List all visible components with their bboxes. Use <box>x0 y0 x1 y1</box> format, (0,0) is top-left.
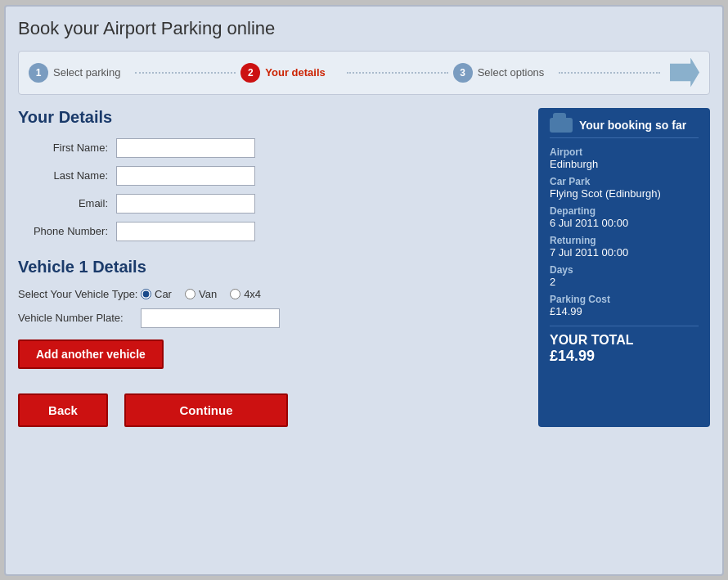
phone-input[interactable] <box>116 222 255 241</box>
airport-value: Edinburgh <box>550 158 699 170</box>
returning-label: Returning <box>550 235 699 246</box>
step-2-label: Your details <box>265 66 325 79</box>
main-container: Book your Airport Parking online 1 Selec… <box>4 5 724 576</box>
radio-van-label: Van <box>199 288 217 300</box>
step-3-label: Select options <box>478 66 545 79</box>
email-input[interactable] <box>116 194 255 214</box>
radio-4x4-label: 4x4 <box>244 288 261 300</box>
step-circle-2: 2 <box>240 63 260 83</box>
next-arrow-icon <box>670 58 699 88</box>
airport-label: Airport <box>550 146 699 158</box>
vehicle-type-row: Select Your Vehicle Type: Car Van 4x4 <box>18 288 527 300</box>
phone-row: Phone Number: <box>18 222 527 241</box>
parking-cost-label: Parking Cost <box>550 294 699 305</box>
radio-van[interactable]: Van <box>185 288 217 300</box>
continue-button[interactable]: Continue <box>124 393 288 427</box>
radio-car-label: Car <box>155 288 172 300</box>
booking-header-text: Your booking so far <box>579 119 686 132</box>
parking-cost-value: £14.99 <box>550 305 699 317</box>
your-details-title: Your Details <box>18 108 527 127</box>
progress-bar: 1 Select parking 2 Your details 3 Select… <box>18 51 710 95</box>
radio-4x4[interactable]: 4x4 <box>230 288 261 300</box>
email-label: Email: <box>18 197 116 209</box>
last-name-row: Last Name: <box>18 166 527 186</box>
page-title: Book your Airport Parking online <box>18 18 710 39</box>
booking-summary: Your booking so far Airport Edinburgh Ca… <box>538 108 710 427</box>
vehicle-section: Vehicle 1 Details Select Your Vehicle Ty… <box>18 258 527 369</box>
your-details-section: Your Details First Name: Last Name: Emai… <box>18 108 527 241</box>
departing-label: Departing <box>550 205 699 217</box>
total-section: YOUR TOTAL £14.99 <box>550 326 699 365</box>
email-row: Email: <box>18 194 527 214</box>
bottom-buttons: Back Continue <box>18 393 527 427</box>
car-icon <box>550 118 573 133</box>
returning-value: 7 Jul 2011 00:00 <box>550 246 699 259</box>
vehicle-plate-input[interactable] <box>141 308 280 328</box>
vehicle-section-title: Vehicle 1 Details <box>18 258 527 277</box>
step-dots-1 <box>135 72 236 74</box>
first-name-row: First Name: <box>18 138 527 158</box>
vehicle-plate-row: Vehicle Number Plate: <box>18 308 527 328</box>
form-section: Your Details First Name: Last Name: Emai… <box>18 108 527 427</box>
main-layout: Your Details First Name: Last Name: Emai… <box>18 108 710 427</box>
radio-car-input[interactable] <box>141 289 151 299</box>
vehicle-type-label: Select Your Vehicle Type: <box>18 288 141 300</box>
vehicle-plate-label: Vehicle Number Plate: <box>18 312 141 324</box>
car-park-value: Flying Scot (Edinburgh) <box>550 187 699 200</box>
step-circle-3: 3 <box>453 63 473 83</box>
back-button[interactable]: Back <box>18 393 108 427</box>
first-name-label: First Name: <box>18 142 116 154</box>
total-label: YOUR TOTAL <box>550 333 699 348</box>
step-1-label: Select parking <box>53 66 120 79</box>
step-dots-2 <box>347 72 448 74</box>
step-dots-3 <box>559 72 660 74</box>
radio-4x4-input[interactable] <box>230 289 240 299</box>
days-value: 2 <box>550 276 699 288</box>
radio-car[interactable]: Car <box>141 288 172 300</box>
last-name-label: Last Name: <box>18 169 116 182</box>
radio-van-input[interactable] <box>185 289 195 299</box>
days-label: Days <box>550 264 699 276</box>
vehicle-type-radio-group: Car Van 4x4 <box>141 288 261 300</box>
car-park-label: Car Park <box>550 176 699 187</box>
progress-step-3: 3 Select options <box>453 63 555 83</box>
step-circle-1: 1 <box>29 63 48 83</box>
booking-summary-header: Your booking so far <box>550 118 699 138</box>
last-name-input[interactable] <box>116 166 255 186</box>
progress-step-2: 2 Your details <box>240 63 342 83</box>
progress-step-1: 1 Select parking <box>29 63 130 83</box>
total-value: £14.99 <box>550 348 699 365</box>
first-name-input[interactable] <box>116 138 255 158</box>
departing-value: 6 Jul 2011 00:00 <box>550 217 699 229</box>
phone-label: Phone Number: <box>18 225 116 237</box>
add-vehicle-button[interactable]: Add another vehicle <box>18 339 164 369</box>
